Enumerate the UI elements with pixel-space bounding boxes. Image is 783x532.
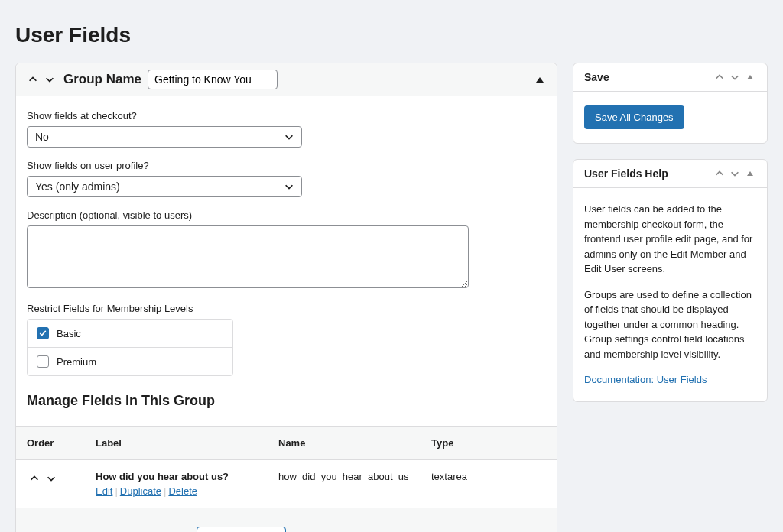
group-move-up-button[interactable] — [25, 72, 41, 87]
field-edit-link[interactable]: Edit — [96, 485, 112, 497]
checkbox-icon — [37, 355, 49, 368]
field-move-down-button[interactable] — [44, 471, 59, 486]
chevron-down-icon — [44, 74, 55, 85]
field-label-text: How did you hear about us? — [96, 471, 278, 482]
chevron-up-icon — [28, 74, 38, 85]
add-field-button[interactable]: Add Field — [197, 527, 286, 532]
col-order: Order — [27, 437, 96, 449]
panel-move-down-button[interactable] — [729, 167, 741, 180]
restrict-label: Restrict Fields for Membership Levels — [27, 303, 546, 314]
checkout-label: Show fields at checkout? — [27, 110, 546, 122]
help-paragraph-2: Groups are used to define a collection o… — [584, 287, 756, 362]
caret-up-icon — [536, 77, 544, 83]
save-panel-title: Save — [584, 71, 609, 83]
caret-up-icon — [747, 75, 753, 79]
level-label: Premium — [57, 356, 96, 368]
checkbox-icon — [37, 327, 49, 339]
help-paragraph-1: User fields can be added to the membersh… — [584, 202, 756, 277]
level-item-basic[interactable]: Basic — [28, 320, 232, 348]
chevron-down-icon — [46, 473, 57, 484]
save-panel: Save Save All Changes — [573, 63, 768, 144]
field-type-text: textarea — [431, 471, 546, 482]
field-delete-link[interactable]: Delete — [168, 485, 197, 497]
field-duplicate-link[interactable]: Duplicate — [120, 485, 161, 497]
profile-field: Show fields on user profile? Yes (only a… — [27, 160, 546, 197]
description-textarea[interactable] — [27, 225, 469, 288]
field-move-up-button[interactable] — [27, 471, 42, 486]
chevron-up-icon — [714, 72, 725, 83]
panel-toggle-button[interactable] — [744, 167, 756, 180]
chevron-up-icon — [714, 168, 725, 179]
documentation-link[interactable]: Documentation: User Fields — [584, 372, 756, 388]
checkout-select[interactable]: No — [27, 126, 302, 148]
panel-move-up-button[interactable] — [713, 167, 726, 180]
save-all-button[interactable]: Save All Changes — [584, 105, 684, 129]
help-panel-title: User Fields Help — [584, 167, 668, 180]
panel-move-down-button[interactable] — [729, 71, 741, 83]
chevron-up-icon — [29, 473, 40, 484]
profile-label: Show fields on user profile? — [27, 160, 546, 171]
group-panel: Group Name Show fields at checkout? No — [15, 63, 557, 532]
checkout-field: Show fields at checkout? No — [27, 110, 546, 148]
group-collapse-toggle[interactable] — [532, 72, 547, 87]
table-row: How did you hear about us? Edit|Duplicat… — [16, 460, 557, 508]
level-item-premium[interactable]: Premium — [28, 348, 232, 375]
page-title: User Fields — [15, 23, 768, 47]
restrict-field: Restrict Fields for Membership Levels Ba… — [27, 303, 546, 376]
group-name-input[interactable] — [148, 70, 278, 89]
field-name-text: how_did_you_hear_about_us — [278, 471, 431, 482]
chevron-down-icon — [729, 168, 740, 179]
level-label: Basic — [57, 328, 81, 339]
group-name-label: Group Name — [63, 72, 141, 87]
fields-table: Order Label Name Type How — [16, 426, 557, 508]
col-label: Label — [96, 437, 278, 449]
help-panel: User Fields Help User fields can be adde… — [573, 159, 768, 402]
description-field: Description (optional, visible to users) — [27, 209, 546, 290]
col-type: Type — [431, 437, 546, 449]
col-name: Name — [278, 437, 431, 449]
description-label: Description (optional, visible to users) — [27, 209, 546, 221]
chevron-down-icon — [729, 72, 740, 83]
manage-fields-heading: Manage Fields in This Group — [27, 393, 546, 409]
group-move-down-button[interactable] — [42, 72, 57, 87]
profile-select[interactable]: Yes (only admins) — [27, 176, 302, 197]
panel-move-up-button[interactable] — [713, 71, 726, 83]
caret-up-icon — [747, 171, 753, 176]
panel-toggle-button[interactable] — [744, 71, 756, 83]
